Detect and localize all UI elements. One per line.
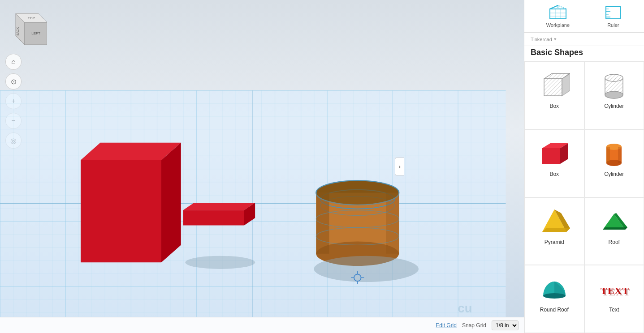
svg-marker-58: [542, 148, 560, 164]
shape-label-cylinder-wire: Cylinder: [604, 103, 624, 109]
shape-label-round-roof-teal: Round Roof: [540, 307, 569, 313]
svg-text:BACK: BACK: [16, 27, 19, 35]
shape-label-cylinder-orange: Cylinder: [604, 171, 624, 177]
svg-marker-73: [603, 227, 627, 230]
svg-rect-67: [618, 147, 622, 163]
roof-green-icon: [598, 205, 630, 236]
snap-grid-label: Snap Grid: [462, 322, 486, 329]
shape-item-roof-green[interactable]: Roof: [584, 197, 644, 265]
shape-item-round-roof-teal[interactable]: Round Roof: [524, 265, 584, 333]
home-button[interactable]: ⌂: [5, 54, 22, 70]
box-red-icon: [539, 137, 570, 168]
svg-marker-15: [183, 203, 255, 210]
svg-text:cu: cu: [458, 301, 472, 315]
svg-text:TOP: TOP: [28, 16, 35, 20]
svg-rect-66: [606, 147, 610, 163]
fit-button[interactable]: ⊙: [5, 73, 22, 90]
category-source: Tinkercad: [531, 37, 552, 42]
svg-point-55: [605, 91, 623, 98]
svg-text:LEFT: LEFT: [31, 31, 40, 35]
shape-label-text-red: Text: [609, 307, 619, 313]
category-title: Basic Shapes: [524, 46, 644, 61]
shape-item-cylinder-wire[interactable]: Cylinder: [584, 61, 644, 129]
svg-rect-35: [550, 9, 566, 19]
svg-point-27: [316, 180, 399, 205]
box-wire-icon: [539, 69, 570, 100]
panel-collapse-arrow[interactable]: ›: [395, 158, 404, 175]
shape-item-box-wire[interactable]: Box: [524, 61, 584, 129]
right-panel: Workplane Ruler Tinkercad ▾ Basic Shapes: [524, 0, 644, 333]
svg-marker-13: [161, 143, 181, 263]
edit-grid-label[interactable]: Edit Grid: [436, 322, 457, 329]
svg-point-28: [314, 256, 418, 282]
shape-item-cylinder-orange[interactable]: Cylinder: [584, 129, 644, 197]
ruler-icon: [604, 4, 622, 21]
svg-point-54: [605, 74, 623, 81]
svg-marker-14: [183, 210, 244, 226]
viewport-grid: cu: [0, 90, 506, 317]
shapes-grid: Box Cylinder: [524, 61, 644, 333]
svg-line-36: [550, 5, 558, 9]
shape-label-box-wire: Box: [549, 103, 559, 109]
text-red-icon: TEXT TEXT: [598, 273, 630, 304]
svg-rect-23: [316, 193, 329, 254]
cylinder-orange-icon: [598, 137, 630, 168]
viewport[interactable]: TOP BACK LEFT ⌂ ⊙ + − ◎: [0, 0, 524, 333]
ruler-label: Ruler: [607, 22, 619, 28]
svg-line-37: [558, 5, 566, 9]
svg-text:TEXT: TEXT: [602, 286, 630, 298]
shape-label-pyramid-yellow: Pyramid: [545, 239, 564, 245]
nav-cube[interactable]: TOP BACK LEFT: [7, 7, 47, 47]
panel-category: Tinkercad ▾: [524, 33, 644, 46]
snap-grid-select[interactable]: 1/8 in 1/4 in 1/2 in 1 in: [492, 320, 519, 330]
panel-tools: Workplane Ruler: [524, 0, 644, 33]
svg-marker-70: [542, 228, 570, 232]
ruler-tool[interactable]: Ruler: [604, 4, 622, 28]
shape-label-box-red: Box: [549, 171, 559, 177]
svg-marker-11: [81, 160, 161, 263]
svg-point-17: [185, 256, 255, 269]
shape-item-box-red[interactable]: Box: [524, 129, 584, 197]
shape-item-pyramid-yellow[interactable]: Pyramid: [524, 197, 584, 265]
shape-label-roof-green: Roof: [609, 239, 620, 245]
pyramid-yellow-icon: [539, 205, 570, 236]
cylinder-wire-icon: [598, 69, 630, 100]
round-roof-teal-icon: [539, 273, 570, 304]
svg-marker-49: [544, 79, 562, 96]
bottom-bar: Edit Grid Snap Grid 1/8 in 1/4 in 1/2 in…: [0, 317, 524, 333]
workplane-icon: [549, 4, 567, 21]
svg-rect-24: [386, 193, 399, 254]
workplane-label: Workplane: [546, 22, 570, 28]
workplane-tool[interactable]: Workplane: [546, 4, 570, 28]
svg-point-74: [543, 293, 566, 299]
shape-item-text-red[interactable]: TEXT TEXT Text: [584, 265, 644, 333]
